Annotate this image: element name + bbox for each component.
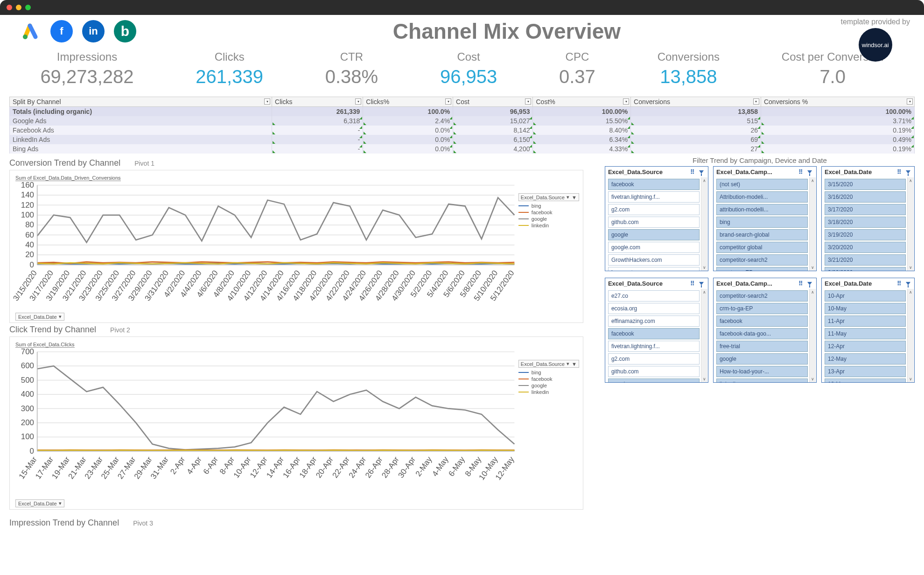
scrollbar[interactable]: ∧ ∨ [809,289,816,382]
slicer-option[interactable]: 11-May [825,328,906,339]
slicer-option[interactable]: 3/17/2020 [825,204,906,215]
scrollbar[interactable]: ∧ ∨ [701,289,707,382]
slicer-option[interactable]: brand-search-global [716,229,808,240]
scroll-down-icon[interactable]: ∨ [908,376,914,382]
slicer-option[interactable]: 3/19/2020 [825,229,906,240]
slicer-option[interactable]: facebook [608,179,700,190]
slicer-option[interactable]: free-trial [716,341,808,352]
slicer-option[interactable]: effinamazing.com [608,316,700,327]
legend-item[interactable]: facebook [518,376,579,382]
slicer[interactable]: Excel_Data.Source ⠿ e27.coecosia.orgeffi… [605,278,708,383]
scroll-down-icon[interactable]: ∨ [810,376,816,382]
scrollbar[interactable]: ∧ ∨ [907,177,914,271]
slicer-option[interactable]: fivetran.lightning.f... [608,341,700,352]
slicer-option[interactable]: 11-Apr [825,316,906,327]
scroll-up-icon[interactable]: ∧ [810,177,816,184]
table-header[interactable]: Cost▾ [453,97,533,107]
slicer-option[interactable]: github.com [608,366,700,377]
table-header[interactable]: Clicks▾ [272,97,363,107]
slicer-option[interactable]: google [608,229,700,240]
slicer-option[interactable]: 3/21/2020 [825,254,906,266]
dropdown-icon[interactable]: ▾ [445,98,451,105]
legend-item[interactable]: google [518,216,579,222]
slicer-option[interactable]: 13-May [825,379,906,382]
slicer[interactable]: Excel_Data.Date ⠿ 10-Apr10-May11-Apr11-M… [821,278,915,383]
slicer-option[interactable]: 13-Apr [825,366,906,377]
close-window-icon[interactable] [7,5,12,10]
scroll-down-icon[interactable]: ∨ [908,264,914,271]
clear-filter-icon[interactable] [806,169,813,175]
multiselect-icon[interactable]: ⠿ [689,169,696,175]
table-header[interactable]: Cost%▾ [533,97,631,107]
click-trend-chart[interactable]: Sum of Excel_Data.Clicks 010020030040050… [9,337,583,510]
scroll-up-icon[interactable]: ∧ [908,289,914,295]
table-header[interactable]: Conversions▾ [631,97,761,107]
slicer-option[interactable]: bing [716,217,808,228]
slicer-option[interactable]: ecosia.org [608,303,700,314]
scrollbar[interactable]: ∧ ∨ [809,177,816,271]
legend-item[interactable]: bing [518,370,579,375]
scrollbar[interactable]: ∧ ∨ [701,177,707,271]
slicer-option[interactable]: facebook [716,316,808,327]
dropdown-icon[interactable]: ▾ [753,98,759,105]
maximize-window-icon[interactable] [25,5,31,10]
scroll-up-icon[interactable]: ∧ [810,289,816,295]
slicer-option[interactable]: 3/22/2020 [825,267,906,271]
clear-filter-icon[interactable] [698,280,705,287]
multiselect-icon[interactable]: ⠿ [896,169,903,175]
slicer-option[interactable]: 3/16/2020 [825,191,906,203]
dropdown-icon[interactable]: ▾ [623,98,629,105]
slicer-option[interactable]: facebook [608,328,700,339]
slicer-option[interactable]: How-to-load-your-... [716,366,808,377]
legend-header[interactable]: Excel_Data.Source ▾▼ [518,360,579,368]
clear-filter-icon[interactable] [698,169,705,175]
slicer-option[interactable]: 3/15/2020 [825,179,906,190]
multiselect-icon[interactable]: ⠿ [896,280,903,287]
slicer-option[interactable]: 3/18/2020 [825,217,906,228]
legend-item[interactable]: google [518,383,579,388]
slicer-option[interactable]: GrowthHackers.com [608,254,700,266]
scroll-down-icon[interactable]: ∨ [701,376,707,382]
legend-item[interactable]: linkedin [518,223,579,228]
slicer-option[interactable]: competitor-search2 [716,290,808,302]
slicer-option[interactable]: 10-Apr [825,290,906,302]
clear-filter-icon[interactable] [904,280,911,287]
slicer-option[interactable]: hexometer.com [608,267,700,271]
table-row[interactable]: Facebook Ads -0.0% 8,1428.40% 260.19% [10,126,915,135]
slicer-option[interactable]: g2.com [608,353,700,365]
slicer-option[interactable]: google [608,379,700,382]
slicer-option[interactable]: g2.com [608,204,700,215]
slicer-option[interactable]: crm-to-ga-EP [716,303,808,314]
dropdown-icon[interactable]: ▾ [264,98,270,105]
chart-date-filter[interactable]: Excel_Data.Date ▾ [15,313,64,321]
slicer-option[interactable]: linkedin [716,379,808,382]
scroll-down-icon[interactable]: ∨ [701,264,707,271]
multiselect-icon[interactable]: ⠿ [798,280,805,287]
multiselect-icon[interactable]: ⠿ [689,280,696,287]
slicer-option[interactable]: competitor global [716,242,808,253]
clear-filter-icon[interactable] [904,169,911,175]
table-row[interactable]: Totals (including organic) 261,339100.0%… [10,107,915,117]
slicer-option[interactable]: google.com [608,242,700,253]
legend-item[interactable]: facebook [518,210,579,215]
legend-item[interactable]: bing [518,203,579,209]
slicer[interactable]: Excel_Data.Source ⠿ facebookfivetran.lig… [605,166,708,271]
table-row[interactable]: Google Ads 6,3182.4% 15,02715.50% 5153.7… [10,116,915,126]
dropdown-icon[interactable]: ▾ [525,98,531,105]
legend-header[interactable]: Excel_Data.Source ▾▼ [518,193,579,201]
slicer-option[interactable]: facebook-data-goo... [716,328,808,339]
multiselect-icon[interactable]: ⠿ [798,169,805,175]
slicer[interactable]: Excel_Data.Camp... ⠿ competitor-search2c… [713,278,817,383]
slicer-option[interactable]: 3/20/2020 [825,242,906,253]
scroll-up-icon[interactable]: ∧ [701,289,707,295]
slicer-option[interactable]: 12-May [825,353,906,365]
slicer[interactable]: Excel_Data.Date ⠿ 3/15/20203/16/20203/17… [821,166,915,271]
slicer-option[interactable]: Attribution-modeli... [716,191,808,203]
table-header[interactable]: Clicks%▾ [363,97,453,107]
table-header[interactable]: Conversions %▾ [761,97,914,107]
dropdown-icon[interactable]: ▾ [907,98,913,105]
minimize-window-icon[interactable] [16,5,21,10]
slicer-option[interactable]: competitor-search2 [716,254,808,266]
slicer-option[interactable]: google [716,353,808,365]
slicer-option[interactable]: 10-May [825,303,906,314]
